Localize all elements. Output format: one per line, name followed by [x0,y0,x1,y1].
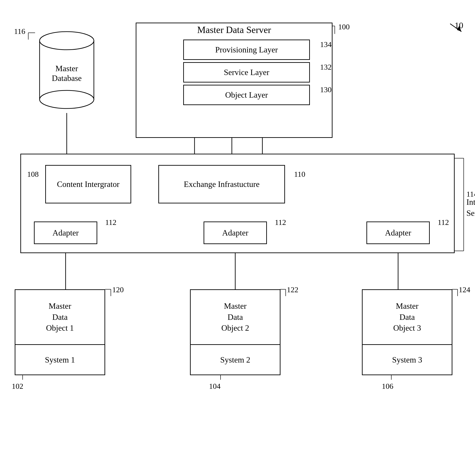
svg-point-54 [39,32,94,50]
adapter3-label: Adapter [385,228,411,238]
master-data-server-title: Master Data Server [136,24,332,35]
ref-102: 102 [12,382,23,391]
ref-108: 108 [27,170,39,179]
system3-label: System 3 [363,345,452,374]
ref-120: 120 [112,286,124,294]
service-layer-box: Service Layer [183,62,310,83]
svg-text:Master: Master [55,64,78,73]
system2-box: Master Data Object 2 System 2 [190,289,280,375]
diagram: Master Data Server Provisioning Layer Se… [0,0,475,476]
ref-104: 104 [209,382,220,391]
master-database-container: Master Database [35,27,98,113]
ref-124: 124 [459,286,470,294]
system2-label: System 2 [191,345,280,374]
exchange-infra-label: Exchange Infrastucture [184,179,260,189]
system3-master-data: Master Data Object 3 [363,290,452,345]
ref-114: 114 [466,190,475,198]
ref-112-3: 112 [438,218,449,227]
mds-label: Master Data Server [197,25,271,35]
exchange-infra-box: Exchange Infrastucture [158,165,285,204]
adapter1-label: Adapter [53,228,79,238]
adapter2-box: Adapter [203,221,267,244]
service-label: Service Layer [224,68,269,77]
content-integrator-box: Content Intergrator [45,165,131,204]
ref-134: 134 [320,40,332,49]
ref-10: 10 [455,20,463,30]
content-integrator-label: Content Intergrator [57,179,119,189]
ref-116: 116 [14,27,25,36]
ref-112-2: 112 [275,218,286,227]
master-database-svg: Master Database [35,27,98,113]
provisioning-layer-box: Provisioning Layer [183,40,310,60]
provisioning-label: Provisioning Layer [215,45,278,54]
ref-132: 132 [320,63,332,71]
object-layer-box: Object Layer [183,85,310,105]
svg-point-53 [39,90,94,108]
ref-122: 122 [287,286,298,294]
integration-server-label: Integration Server [466,197,475,219]
adapter2-label: Adapter [222,228,248,238]
svg-text:Database: Database [52,74,82,83]
adapter1-box: Adapter [34,221,97,244]
ref-110: 110 [294,170,305,179]
object-label: Object Layer [225,90,268,100]
ref-130: 130 [320,85,332,94]
ref-106: 106 [382,382,393,391]
system1-master-data: Master Data Object 1 [15,290,105,345]
system3-box: Master Data Object 3 System 3 [362,289,452,375]
adapter3-box: Adapter [366,221,430,244]
system2-master-data: Master Data Object 2 [191,290,280,345]
system1-box: Master Data Object 1 System 1 [15,289,105,375]
ref-112-1: 112 [105,218,116,227]
ref-100: 100 [338,23,350,31]
system1-label: System 1 [15,345,105,374]
